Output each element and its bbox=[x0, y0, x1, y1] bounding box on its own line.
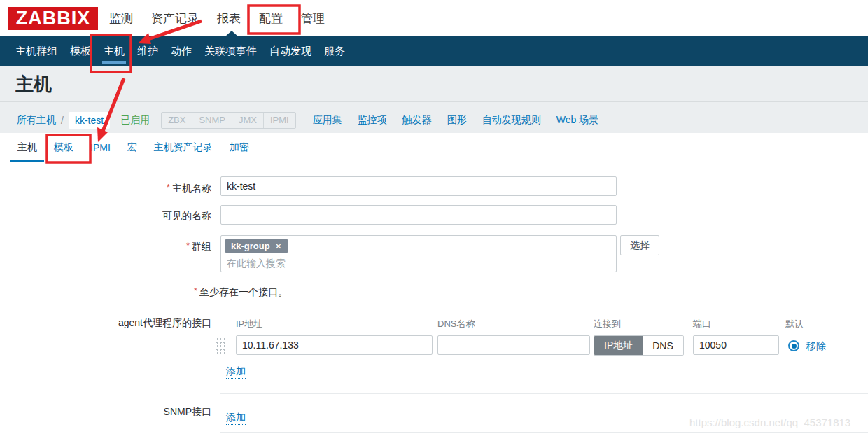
visible-name-input[interactable] bbox=[220, 205, 617, 225]
top-menu: 监测 资产记录 报表 配置 管理 bbox=[109, 0, 325, 36]
zabbix-logo[interactable]: ZABBIX bbox=[8, 7, 98, 30]
chip-remove-icon[interactable]: ✕ bbox=[275, 241, 282, 251]
default-interface-radio[interactable] bbox=[788, 340, 799, 351]
selected-menu-notch bbox=[225, 31, 238, 36]
connect-to-ip-option[interactable]: IP地址 bbox=[594, 336, 643, 355]
nav-actions[interactable]: 动作 bbox=[164, 36, 198, 66]
interface-remove-link[interactable]: 移除 bbox=[806, 340, 826, 353]
tab-ipmi[interactable]: IPMI bbox=[82, 133, 119, 162]
column-ip: IP地址 bbox=[236, 318, 262, 330]
visible-name-label: 可见的名称 bbox=[0, 210, 211, 223]
groups-multiselect[interactable]: kk-group✕ 在此输入搜索 bbox=[220, 235, 617, 272]
nav-host-groups[interactable]: 主机群组 bbox=[9, 36, 64, 66]
interface-ip-input[interactable] bbox=[236, 335, 433, 355]
top-menu-reports[interactable]: 报表 bbox=[217, 10, 241, 27]
column-connect-to: 连接到 bbox=[594, 318, 621, 330]
top-menu-monitoring[interactable]: 监测 bbox=[109, 10, 133, 27]
group-chip: kk-group✕ bbox=[225, 239, 288, 253]
breadcrumb-all-hosts-link[interactable]: 所有主机 bbox=[17, 114, 56, 127]
nav-templates[interactable]: 模板 bbox=[64, 36, 97, 66]
link-items[interactable]: 监控项 bbox=[358, 114, 387, 127]
availability-badges: ZBX SNMP JMX IPMI bbox=[161, 112, 296, 129]
sub-nav-bar: 主机群组 模板 主机 维护 动作 关联项事件 自动发现 服务 bbox=[0, 36, 868, 66]
interface-section-divider bbox=[220, 393, 868, 394]
agent-interface-add-link[interactable]: 添加 bbox=[226, 365, 246, 379]
snmp-interface-add-link[interactable]: 添加 bbox=[226, 412, 246, 425]
top-menu-administration[interactable]: 管理 bbox=[301, 10, 325, 27]
interface-drag-handle[interactable] bbox=[216, 337, 225, 355]
group-select-button[interactable]: 选择 bbox=[620, 235, 659, 255]
nav-services[interactable]: 服务 bbox=[318, 36, 351, 66]
tab-host-inventory[interactable]: 主机资产记录 bbox=[146, 133, 221, 162]
tab-host[interactable]: 主机 bbox=[9, 133, 46, 162]
link-applications[interactable]: 应用集 bbox=[313, 114, 342, 127]
badge-ipmi: IPMI bbox=[263, 113, 295, 128]
breadcrumb: 所有主机 / kk-test 已启用 ZBX SNMP JMX IPMI 应用集… bbox=[17, 111, 598, 129]
tab-encryption[interactable]: 加密 bbox=[221, 133, 258, 162]
agent-interface-label: agent代理程序的接口 bbox=[0, 317, 211, 330]
interface-required-note: *至少存在一个接口。 bbox=[194, 286, 288, 299]
host-status-badge[interactable]: 已启用 bbox=[120, 114, 150, 127]
badge-snmp: SNMP bbox=[192, 113, 232, 128]
interface-port-input[interactable] bbox=[693, 335, 779, 355]
tab-bar: 主机 模板 IPMI 宏 主机资产记录 加密 bbox=[0, 133, 868, 162]
badge-zbx: ZBX bbox=[162, 113, 192, 128]
snmp-interface-label: SNMP接口 bbox=[0, 406, 211, 419]
zabbix-host-config-screen: ZABBIX 监测 资产记录 报表 配置 管理 主机群组 模板 主机 维护 动作… bbox=[0, 0, 868, 436]
breadcrumb-separator: / bbox=[61, 115, 64, 126]
host-name-input[interactable] bbox=[220, 176, 617, 196]
tab-macros[interactable]: 宏 bbox=[119, 133, 146, 162]
column-default: 默认 bbox=[785, 318, 804, 330]
tab-bar-divider bbox=[0, 162, 868, 162]
radio-dot bbox=[792, 344, 797, 349]
link-triggers[interactable]: 触发器 bbox=[402, 114, 432, 127]
title-divider bbox=[0, 101, 868, 102]
breadcrumb-host-link[interactable]: kk-test bbox=[75, 115, 104, 126]
host-name-label: *主机名称 bbox=[0, 182, 211, 195]
required-asterisk: * bbox=[167, 182, 170, 192]
link-discovery-rules[interactable]: 自动发现规则 bbox=[482, 114, 541, 127]
groups-label: *群组 bbox=[0, 240, 211, 253]
required-asterisk: * bbox=[186, 240, 190, 251]
page-title: 主机 bbox=[15, 72, 52, 97]
nav-hosts[interactable]: 主机 bbox=[97, 36, 131, 66]
link-graphs[interactable]: 图形 bbox=[447, 114, 467, 127]
nav-event-correlation[interactable]: 关联项事件 bbox=[198, 36, 263, 66]
nav-maintenance[interactable]: 维护 bbox=[131, 36, 164, 66]
column-port: 端口 bbox=[693, 318, 711, 330]
badge-jmx: JMX bbox=[232, 113, 263, 128]
top-menu-inventory[interactable]: 资产记录 bbox=[151, 10, 199, 27]
interface-dns-input[interactable] bbox=[438, 335, 590, 355]
group-search-placeholder[interactable]: 在此输入搜索 bbox=[227, 258, 610, 270]
connect-to-toggle: IP地址 DNS bbox=[594, 335, 684, 356]
breadcrumb-host-box[interactable]: kk-test bbox=[69, 112, 110, 129]
nav-discovery[interactable]: 自动发现 bbox=[263, 36, 318, 66]
connect-to-dns-option[interactable]: DNS bbox=[643, 336, 683, 355]
csdn-watermark: https://blog.csdn.net/qq_45371813 bbox=[690, 416, 850, 428]
bottom-divider bbox=[220, 432, 868, 433]
top-bar: ZABBIX 监测 资产记录 报表 配置 管理 bbox=[0, 0, 868, 36]
column-dns: DNS名称 bbox=[438, 318, 475, 330]
required-asterisk: * bbox=[194, 286, 197, 296]
link-web-scenarios[interactable]: Web 场景 bbox=[556, 114, 598, 127]
top-menu-configuration[interactable]: 配置 bbox=[259, 10, 283, 27]
tab-templates[interactable]: 模板 bbox=[46, 133, 82, 162]
breadcrumb-entity-links: 应用集 监控项 触发器 图形 自动发现规则 Web 场景 bbox=[313, 114, 598, 127]
